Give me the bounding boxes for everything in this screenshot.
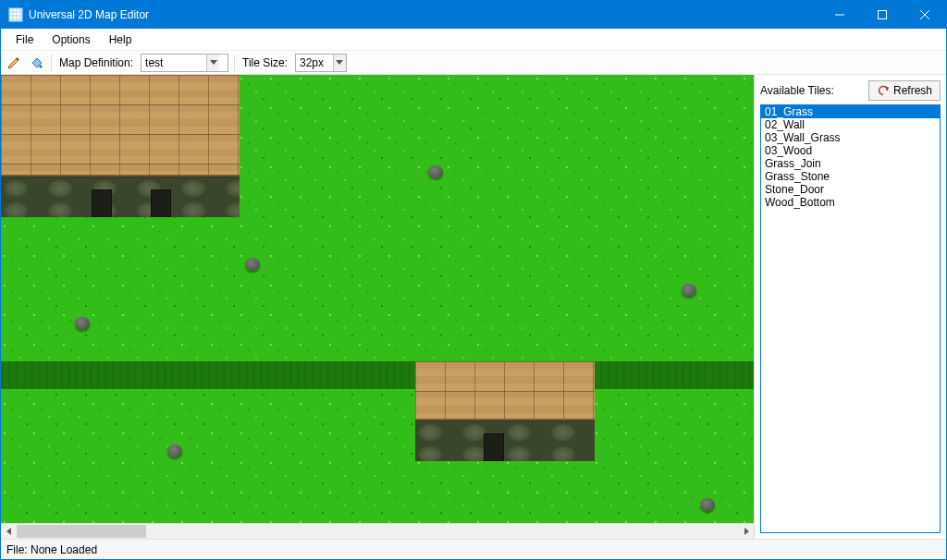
door [151,189,171,217]
tilesize-label: Tile Size: [242,56,288,69]
mapdef-label: Map Definition: [59,56,133,69]
close-button[interactable] [904,1,946,29]
door [92,189,112,217]
pencil-tool-icon[interactable] [5,54,23,72]
tile-item[interactable]: Stone_Door [761,183,940,196]
menubar: File Options Help [1,29,946,51]
tile-item[interactable]: 02_Wall [761,118,940,131]
titlebar[interactable]: Universal 2D Map Editor [1,1,946,29]
dark-grass-path [1,361,754,389]
house [1,75,240,217]
chevron-down-icon[interactable] [333,55,346,71]
rock [75,317,90,330]
rock [167,444,182,457]
app-icon [8,7,23,22]
svg-rect-1 [879,11,887,19]
menu-help[interactable]: Help [100,30,141,49]
available-tiles-label: Available Tiles: [760,84,834,97]
svg-point-2 [39,65,42,67]
content-area: Available Tiles: Refresh 01_Grass02_Wall… [1,75,946,539]
refresh-button[interactable]: Refresh [868,80,941,101]
menu-file[interactable]: File [6,30,43,49]
status-file-label: File: None Loaded [6,543,97,556]
sidebar: Available Tiles: Refresh 01_Grass02_Wall… [754,75,946,539]
window-title: Universal 2D Map Editor [29,8,818,21]
tile-item[interactable]: Grass_Stone [761,170,940,183]
refresh-label: Refresh [893,84,932,97]
wall [415,420,595,461]
tile-item[interactable]: Wood_Bottom [761,196,940,209]
chevron-down-icon[interactable] [206,55,219,71]
tile-item[interactable]: 01_Grass [761,105,940,118]
maximize-button[interactable] [861,1,904,29]
refresh-icon [877,84,890,97]
roof [1,75,240,177]
rock [245,258,260,271]
map-canvas[interactable] [1,75,754,523]
sidebar-header: Available Tiles: Refresh [760,80,941,101]
toolbar: Map Definition: test Tile Size: 32px [1,51,946,75]
app-window: Universal 2D Map Editor File Options Hel… [0,0,947,560]
tile-item[interactable]: Grass_Join [761,157,940,170]
rock [700,498,715,511]
statusbar: File: None Loaded [1,539,946,559]
canvas-wrap [1,75,754,539]
minimize-button[interactable] [818,1,861,29]
door [484,433,504,461]
scroll-right-arrow-icon[interactable] [738,524,754,540]
rock [428,165,443,178]
horizontal-scrollbar[interactable] [1,523,754,539]
tile-item[interactable]: 03_Wood [761,144,940,157]
mapdef-value: test [141,56,206,69]
mapdef-combo[interactable]: test [141,54,228,72]
fill-tool-icon[interactable] [27,54,45,72]
menu-options[interactable]: Options [43,30,99,49]
wall [1,177,240,217]
tilesize-value: 32px [296,56,333,69]
house [415,361,595,461]
toolbar-separator [234,55,235,71]
scroll-left-arrow-icon[interactable] [1,524,17,540]
window-controls [818,1,946,29]
toolbar-separator [51,55,52,71]
roof [415,361,595,420]
rock [682,284,696,297]
scroll-thumb[interactable] [17,525,146,538]
scroll-track[interactable] [17,524,738,539]
tile-item[interactable]: 03_Wall_Grass [761,131,940,144]
tilesize-combo[interactable]: 32px [295,54,347,72]
tile-list[interactable]: 01_Grass02_Wall03_Wall_Grass03_WoodGrass… [760,104,941,533]
